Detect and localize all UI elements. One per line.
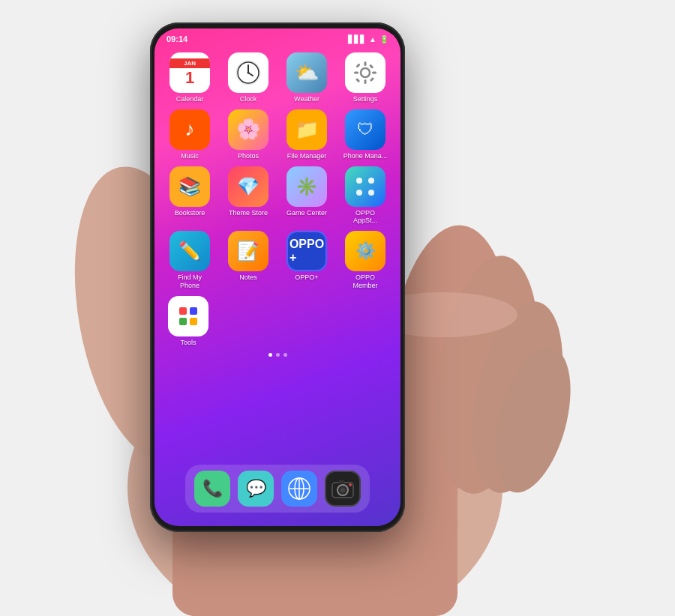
status-icons: ▋▋▋ ▲ 🔋 bbox=[348, 35, 388, 43]
svg-point-6 bbox=[481, 339, 585, 501]
dock-phone[interactable]: 📞 bbox=[194, 471, 230, 507]
svg-rect-19 bbox=[370, 77, 374, 82]
weather-icon[interactable]: ⛅ bbox=[286, 52, 327, 93]
tools-icon[interactable] bbox=[168, 296, 208, 336]
oppoplus-icon[interactable]: OPPO+ bbox=[286, 231, 327, 271]
app-gamecenter[interactable]: ✳️ Game Center bbox=[280, 166, 333, 226]
app-oppoplus[interactable]: OPPO+ OPPO+ bbox=[280, 231, 333, 290]
app-settings[interactable]: Settings bbox=[339, 52, 392, 103]
svg-point-5 bbox=[457, 293, 578, 501]
oppomember-label: OPPO Member bbox=[343, 274, 388, 290]
svg-point-23 bbox=[368, 178, 374, 184]
notes-icon[interactable]: 📝 bbox=[228, 231, 268, 271]
dock-messages[interactable]: 💬 bbox=[238, 471, 274, 507]
svg-rect-26 bbox=[179, 307, 187, 315]
svg-rect-16 bbox=[354, 72, 358, 74]
svg-rect-29 bbox=[190, 318, 197, 325]
svg-rect-14 bbox=[364, 61, 367, 66]
app-bookstore[interactable]: 📚 Bookstore bbox=[164, 166, 216, 226]
dock-camera[interactable] bbox=[325, 471, 361, 507]
app-tools[interactable]: Tools bbox=[168, 296, 208, 347]
findmyphone-label: Find My Phone bbox=[167, 274, 212, 290]
clock-icon[interactable] bbox=[228, 52, 268, 93]
app-music[interactable]: ♪ Music bbox=[164, 109, 216, 160]
svg-point-12 bbox=[248, 72, 250, 74]
svg-point-13 bbox=[361, 68, 370, 77]
app-calendar[interactable]: JAN 1 Calendar bbox=[164, 52, 216, 103]
app-weather[interactable]: ⛅ Weather bbox=[280, 52, 333, 103]
calendar-label: Calendar bbox=[176, 95, 204, 103]
svg-rect-40 bbox=[338, 480, 344, 483]
app-oppoappstore[interactable]: OPPO AppSt... bbox=[339, 166, 392, 226]
oppoplus-label: OPPO+ bbox=[295, 274, 318, 282]
svg-rect-17 bbox=[372, 72, 376, 74]
oppomember-icon[interactable]: ⚙️ bbox=[345, 231, 386, 271]
svg-rect-15 bbox=[364, 79, 367, 84]
photos-label: Photos bbox=[238, 152, 259, 160]
filemanager-icon[interactable]: 📁 bbox=[286, 109, 327, 150]
filemanager-label: File Manager bbox=[287, 152, 327, 160]
app-notes[interactable]: 📝 Notes bbox=[222, 231, 274, 290]
phone-body: 09:14 ▋▋▋ ▲ 🔋 JAN 1 Calendar bbox=[150, 22, 405, 532]
wifi-icon: ▲ bbox=[369, 35, 376, 43]
svg-point-25 bbox=[368, 190, 374, 196]
oppoappstore-label: OPPO AppSt... bbox=[343, 209, 388, 226]
phonemanager-icon[interactable]: 🛡 bbox=[345, 109, 386, 150]
svg-point-22 bbox=[356, 178, 362, 184]
app-findmyphone[interactable]: ✏️ Find My Phone bbox=[164, 231, 216, 290]
music-icon[interactable]: ♪ bbox=[170, 109, 210, 150]
settings-label: Settings bbox=[353, 95, 378, 103]
status-bar: 09:14 ▋▋▋ ▲ 🔋 bbox=[154, 28, 400, 46]
gamecenter-label: Game Center bbox=[286, 209, 327, 217]
app-photos[interactable]: 🌸 Photos bbox=[222, 109, 274, 160]
dock: 📞 💬 bbox=[185, 465, 370, 513]
app-grid: JAN 1 Calendar bbox=[154, 46, 400, 296]
battery-icon: 🔋 bbox=[380, 35, 388, 43]
svg-point-24 bbox=[356, 190, 362, 196]
svg-point-4 bbox=[422, 250, 552, 501]
themestore-icon[interactable]: 💎 bbox=[228, 166, 268, 207]
phonemanager-label: Phone Mana... bbox=[344, 152, 388, 160]
page-dot-1[interactable] bbox=[268, 353, 272, 357]
dock-browser[interactable] bbox=[281, 471, 317, 507]
svg-rect-18 bbox=[356, 63, 360, 67]
tools-label: Tools bbox=[180, 339, 196, 347]
oppoappstore-icon[interactable] bbox=[345, 166, 386, 207]
svg-rect-20 bbox=[356, 78, 360, 82]
settings-icon[interactable] bbox=[345, 52, 386, 93]
app-filemanager[interactable]: 📁 File Manager bbox=[280, 109, 333, 160]
themestore-label: Theme Store bbox=[229, 209, 268, 217]
svg-point-41 bbox=[349, 483, 352, 486]
gamecenter-icon[interactable]: ✳️ bbox=[286, 166, 327, 207]
phone-screen: 09:14 ▋▋▋ ▲ 🔋 JAN 1 Calendar bbox=[154, 28, 400, 526]
app-phonemanager[interactable]: 🛡 Phone Mana... bbox=[339, 109, 392, 160]
bookstore-icon[interactable]: 📚 bbox=[170, 166, 210, 207]
page-dots bbox=[154, 353, 400, 357]
clock-label: Clock bbox=[240, 95, 257, 103]
notes-label: Notes bbox=[239, 274, 257, 282]
svg-rect-21 bbox=[369, 64, 374, 69]
weather-label: Weather bbox=[294, 95, 320, 103]
music-label: Music bbox=[181, 152, 199, 160]
bookstore-label: Bookstore bbox=[175, 209, 206, 217]
app-clock[interactable]: Clock bbox=[222, 52, 274, 103]
app-themestore[interactable]: 💎 Theme Store bbox=[222, 166, 274, 226]
findmyphone-icon[interactable]: ✏️ bbox=[170, 231, 210, 271]
page-dot-2[interactable] bbox=[276, 353, 280, 357]
svg-point-39 bbox=[340, 488, 345, 492]
calendar-icon[interactable]: JAN 1 bbox=[170, 52, 210, 93]
scene: 09:14 ▋▋▋ ▲ 🔋 JAN 1 Calendar bbox=[0, 0, 675, 616]
svg-rect-27 bbox=[190, 307, 197, 315]
photos-icon[interactable]: 🌸 bbox=[228, 109, 268, 150]
page-dot-3[interactable] bbox=[284, 353, 287, 357]
signal-icon: ▋▋▋ bbox=[348, 35, 366, 43]
status-time: 09:14 bbox=[166, 34, 188, 43]
app-oppomember[interactable]: ⚙️ OPPO Member bbox=[339, 231, 392, 290]
svg-rect-28 bbox=[179, 318, 187, 325]
